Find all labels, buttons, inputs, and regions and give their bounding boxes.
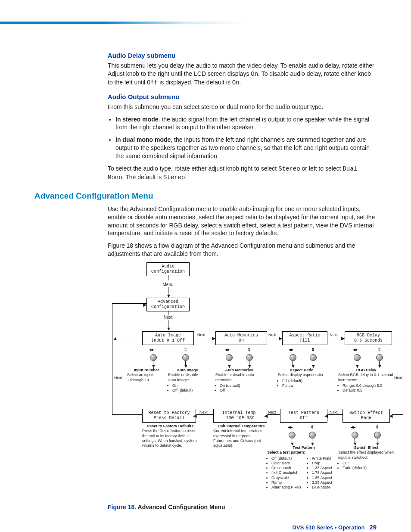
text: or left to select [300,165,343,172]
label-next: Next [159,315,177,320]
label-next: Next [394,376,402,380]
figure-caption: Figure 18. Advanced Configuration Menu [108,504,377,510]
box-adv-config: AdvancedConfiguration [146,298,190,311]
box-auto-image: Auto ImageInput # 1 Off [142,331,194,345]
knob-icon [289,432,296,439]
code-text: Stereo [278,165,300,172]
code-text: On [232,79,240,86]
figure-title: Advanced Configuration Menu [138,504,225,510]
box-reset-factory: Reset to FactoryPress Detail [142,409,196,423]
knob-icon [226,354,233,361]
knob-icon [354,354,361,361]
text: To select the audio type, rotate either … [108,165,278,172]
figure-number: Figure 18. [108,504,138,510]
text: is displayed. The default is [158,79,232,86]
label-next: Next [268,333,277,337]
desc-aspect-ratio: Aspect Ratio Select display aspect ratio… [278,368,325,388]
text-strong: In dual mono mode [115,136,171,143]
knob-icon [352,432,358,439]
list-item: In dual mono mode, the inputs from the l… [115,136,377,160]
text: . The default is [122,174,163,180]
box-aspect-ratio: Aspect RatioFill [282,331,327,345]
knob-icon [290,354,296,361]
knob-icon [376,354,383,361]
label-menu: Menu [159,282,177,287]
box-auto-memories: Auto MemoriesOn [215,331,267,345]
desc-temp: Unit Internal Temperature Current intern… [213,424,269,448]
code-text: Off [147,79,158,86]
box-internal-temp: Internal Temp.100.40F 38C [213,409,267,423]
list-item: In stereo mode, the audio signal from th… [115,115,377,132]
heading-audio-delay: Audio Delay submenu [108,52,377,59]
knob-icon [309,432,316,439]
text: . [185,174,187,180]
desc-auto-memories: Auto Memories Enable or disable auto mem… [215,368,263,393]
text: . [240,79,241,86]
page-footer: DVS 510 Series • Operation 29 [34,523,377,531]
desc-reset: Reset to Factory Defaults Press the Deta… [142,424,198,448]
label-next: Next [330,333,338,337]
desc-test-pattern: Test Pattern Select a test pattern: Off … [267,445,340,490]
code-text: On [251,71,258,78]
label-next: Next [268,410,276,414]
box-switch-effect: Switch EffectFade [342,409,390,423]
label-next: Next [114,376,122,380]
knob-icon [310,354,317,361]
para: Use the Advanced Configuration menu to e… [108,205,377,238]
footer-title: DVS 510 Series • Operation [293,524,365,531]
box-audio-config: AudioConfiguration [146,262,190,276]
code-text: Stereo [163,174,185,181]
knob-icon [150,354,157,361]
label-next: Next [197,333,206,337]
knob-icon [374,432,381,439]
flow-diagram: AudioConfiguration Menu ▼ AdvancedConfig… [73,262,401,499]
para: This submenu lets you delay the audio to… [108,62,377,87]
knob-icon [182,354,189,361]
label-next: Next [330,410,338,414]
desc-rgb-delay: RGB Delay Select RGB delay in 0.1-second… [338,368,394,393]
desc-auto-image: Auto Image Enable or disable Auto-image:… [168,368,207,393]
heading-audio-output: Audio Output submenu [108,93,377,100]
desc-switch-effect: Switch Effect Select the effect displaye… [338,445,394,470]
text-strong: In stereo mode [115,116,159,123]
box-test-pattern: Test PatternOff [280,409,327,423]
page-number: 29 [369,523,377,531]
knob-icon [246,354,253,361]
para: To select the audio type, rotate either … [108,165,377,182]
desc-input-number: Input Number Select an input:1 through 1… [127,368,166,383]
para: Figure 18 shows a flow diagram of the Ad… [108,242,377,258]
para: From this submenu you can select stereo … [108,103,377,111]
box-rgb-delay: RGB Delay0.5 Seconds [345,331,392,345]
label-next: Next [199,410,208,414]
heading-adv-config: Advanced Configuration Menu [34,191,377,201]
